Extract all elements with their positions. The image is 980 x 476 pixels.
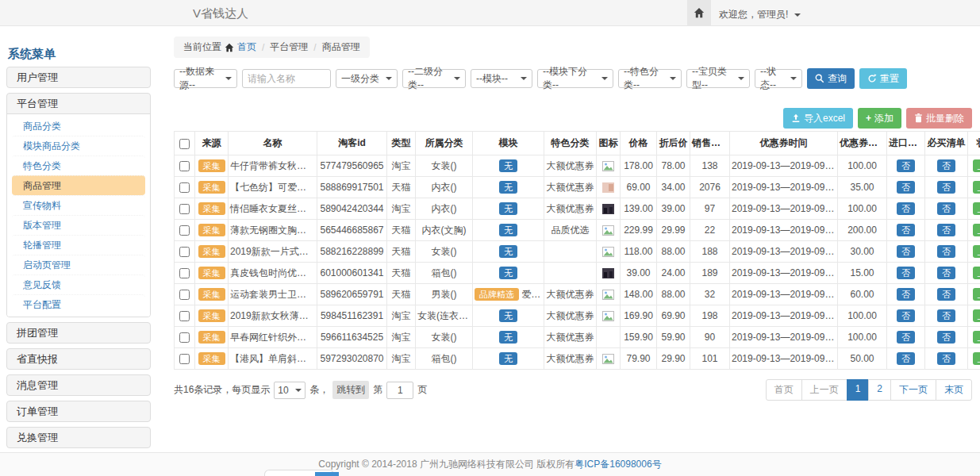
module-badge[interactable]: 无	[499, 352, 517, 365]
status-badge[interactable]: 上架	[973, 245, 980, 258]
must-buy-toggle[interactable]: 否	[937, 245, 955, 258]
row-checkbox[interactable]	[179, 225, 190, 236]
add-button[interactable]: + 添加	[858, 108, 901, 129]
page-button-4[interactable]: 2	[868, 379, 891, 401]
sidebar-item-version-management[interactable]: 版本管理	[12, 215, 145, 235]
data-source-select[interactable]: --数据来源--	[174, 69, 237, 88]
icon-cell	[597, 327, 621, 348]
must-buy-toggle[interactable]: 否	[937, 352, 955, 365]
user-menu[interactable]: 欢迎您，管理员!	[719, 8, 801, 21]
row-checkbox[interactable]	[179, 290, 190, 300]
must-buy-toggle[interactable]: 否	[937, 309, 955, 322]
status-badge[interactable]: 上架	[973, 224, 980, 236]
row-checkbox[interactable]	[179, 182, 190, 193]
module-badge[interactable]: 无	[499, 181, 517, 194]
batch-delete-button[interactable]: 批量删除	[906, 108, 972, 129]
status-badge[interactable]: 上架	[973, 309, 980, 322]
status-badge[interactable]: 上架	[973, 181, 980, 194]
sidebar-item-splash-page-management[interactable]: 启动页管理	[12, 255, 145, 274]
row-checkbox[interactable]	[179, 247, 190, 257]
breadcrumb-home-link[interactable]: 首页	[237, 40, 256, 54]
status-badge[interactable]: 上架	[973, 159, 980, 172]
level1-category-select[interactable]: 一级分类	[336, 69, 398, 88]
imported-toggle[interactable]: 否	[897, 331, 915, 344]
status-badge[interactable]: 上架	[973, 352, 980, 365]
module-badge[interactable]: 无	[499, 331, 517, 344]
sidebar-item-feature-category[interactable]: 特色分类	[12, 155, 145, 175]
must-buy-toggle[interactable]: 否	[937, 331, 955, 344]
module-badge[interactable]: 无	[499, 159, 517, 172]
module-badge[interactable]: 无	[499, 245, 517, 258]
imported-toggle[interactable]: 否	[897, 224, 915, 236]
sidebar-item-group-buy-management[interactable]: 拼团管理	[7, 323, 150, 343]
row-checkbox[interactable]	[179, 354, 190, 364]
sidebar-item-carousel-management[interactable]: 轮播管理	[12, 235, 145, 255]
status-select[interactable]: --状态--	[755, 69, 802, 88]
sidebar-item-order-management[interactable]: 订单管理	[7, 401, 150, 421]
imported-toggle[interactable]: 否	[897, 202, 915, 215]
must-buy-toggle[interactable]: 否	[937, 159, 955, 172]
sidebar-item-saving-express[interactable]: 省直快报	[7, 349, 150, 369]
category-cell: 箱包()	[416, 348, 473, 370]
module-sub-category-select[interactable]: --模块下分类--	[537, 69, 613, 88]
reset-button[interactable]: 重置	[859, 68, 907, 89]
page-button-6[interactable]: 末页	[936, 379, 972, 401]
must-buy-toggle[interactable]: 否	[937, 288, 955, 301]
status-badge[interactable]: 上架	[973, 331, 980, 344]
search-button[interactable]: 查询	[807, 68, 855, 89]
module-badge[interactable]: 无	[499, 309, 517, 322]
sidebar-item-message-management[interactable]: 消息管理	[7, 375, 150, 395]
module-badge[interactable]: 无	[499, 202, 517, 215]
select-all-checkbox[interactable]	[179, 139, 190, 149]
sidebar-item-promo-material[interactable]: 宣传物料	[12, 195, 145, 215]
page-button-1[interactable]: 首页	[766, 379, 802, 401]
level2-category-select[interactable]: --二级分类--	[402, 69, 466, 88]
imported-toggle[interactable]: 否	[897, 181, 915, 194]
row-checkbox[interactable]	[179, 161, 190, 171]
sidebar-item-platform-management[interactable]: 平台管理	[7, 94, 150, 113]
sidebar-item-feedback[interactable]: 意见反馈	[12, 274, 145, 294]
page-number-input[interactable]	[386, 382, 413, 399]
must-buy-toggle[interactable]: 否	[937, 224, 955, 236]
status-badge[interactable]: 上架	[973, 267, 980, 279]
page-button-2[interactable]: 上一页	[801, 379, 847, 401]
row-checkbox[interactable]	[179, 268, 190, 278]
sidebar-item-user-management[interactable]: 用户管理	[7, 67, 150, 87]
must-buy-toggle[interactable]: 否	[937, 202, 955, 215]
row-checkbox[interactable]	[179, 332, 190, 343]
imported-toggle[interactable]: 否	[897, 309, 915, 322]
row-checkbox[interactable]	[179, 204, 190, 214]
module-select[interactable]: --模块--	[471, 69, 532, 88]
product-name-cell: 【港风】单肩斜跨链条...	[229, 348, 317, 370]
must-buy-toggle[interactable]: 否	[937, 181, 955, 194]
sidebar-item-exchange-management[interactable]: 兑换管理	[7, 428, 150, 447]
module-badge[interactable]: 品牌精选	[475, 288, 519, 301]
imported-toggle[interactable]: 否	[897, 267, 915, 279]
name-keyword-input[interactable]	[242, 69, 331, 88]
must-buy-toggle[interactable]: 否	[937, 267, 955, 279]
imported-toggle[interactable]: 否	[897, 159, 915, 172]
import-excel-button[interactable]: 导入excel	[783, 108, 853, 129]
feature-category-select[interactable]: --特色分类--	[618, 69, 682, 88]
source-cell: 采集	[195, 263, 229, 284]
row-checkbox[interactable]	[179, 311, 190, 321]
imported-toggle[interactable]: 否	[897, 288, 915, 301]
imported-toggle[interactable]: 否	[897, 245, 915, 258]
page-button-3[interactable]: 1	[847, 379, 870, 401]
sidebar-item-product-category[interactable]: 商品分类	[12, 117, 145, 136]
sidebar-item-product-management[interactable]: 商品管理	[12, 175, 145, 195]
imported-toggle[interactable]: 否	[897, 352, 915, 365]
item-type-select[interactable]: --宝贝类型--	[686, 69, 750, 88]
home-button[interactable]	[687, 0, 711, 25]
module-badge[interactable]: 无	[499, 224, 517, 236]
per-page-select[interactable]: 10	[274, 382, 306, 399]
status-badge[interactable]: 上架	[973, 202, 980, 215]
icp-link[interactable]: 粤ICP备16098006号	[575, 458, 661, 471]
page-button-5[interactable]: 下一页	[890, 379, 936, 401]
sidebar-item-module-product-category[interactable]: 模块商品分类	[12, 136, 145, 155]
module-badge[interactable]: 无	[499, 267, 517, 279]
price-cell: 79.90	[621, 348, 657, 370]
status-badge[interactable]: 上架	[973, 288, 980, 301]
sidebar-item-platform-config[interactable]: 平台配置	[12, 294, 145, 314]
table-row: 采集【七色纺】可爱纯棉家...588869917501天猫内衣()无大额优惠券6…	[175, 177, 980, 198]
